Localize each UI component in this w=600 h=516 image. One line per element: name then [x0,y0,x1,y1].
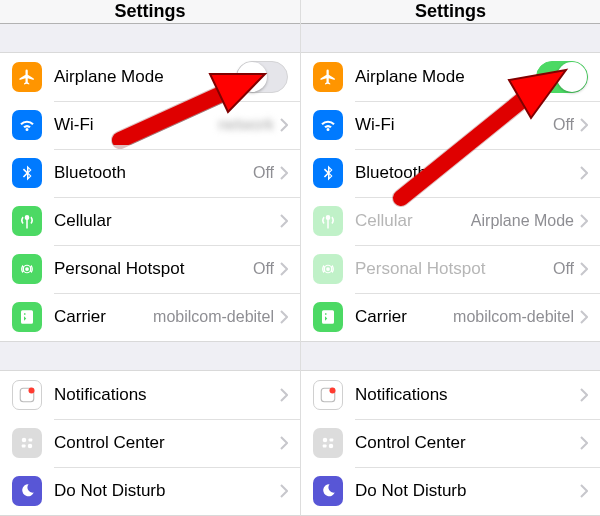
airplane-mode-toggle[interactable] [536,61,588,93]
wifi-icon [12,110,42,140]
row-value: mobilcom-debitel [153,308,274,326]
settings-group-network: Airplane ModeWi-FiOffBluetoothCellularAi… [301,52,600,342]
chevron-right-icon [280,436,288,450]
settings-row-do-not-disturb[interactable]: Do Not Disturb [0,467,300,515]
carrier-icon [313,302,343,332]
chevron-right-icon [280,310,288,324]
settings-group-system: NotificationsControl CenterDo Not Distur… [301,370,600,516]
row-label: Carrier [355,307,453,327]
settings-row-wi-fi[interactable]: Wi-FiOff [301,101,600,149]
chevron-right-icon [280,166,288,180]
settings-screen-airplane-off: Settings Airplane ModeWi-FinetworkBlueto… [0,0,300,516]
notifications-icon [313,380,343,410]
page-title: Settings [0,0,300,24]
row-label: Do Not Disturb [54,481,280,501]
settings-row-notifications[interactable]: Notifications [0,371,300,419]
settings-row-control-center[interactable]: Control Center [0,419,300,467]
svg-point-3 [29,388,35,394]
chevron-right-icon [580,214,588,228]
chevron-right-icon [280,262,288,276]
row-label: Personal Hotspot [355,259,553,279]
settings-row-control-center[interactable]: Control Center [301,419,600,467]
chevron-right-icon [580,166,588,180]
cellular-icon [12,206,42,236]
svg-point-9 [326,267,330,271]
chevron-right-icon [280,214,288,228]
svg-point-0 [25,267,29,271]
svg-rect-6 [22,445,26,448]
settings-group-system: NotificationsControl CenterDo Not Distur… [0,370,300,516]
svg-rect-5 [29,439,33,442]
row-label: Notifications [355,385,580,405]
bluetooth-icon [313,158,343,188]
row-label: Wi-Fi [355,115,553,135]
settings-row-cellular[interactable]: Cellular [0,197,300,245]
row-label: Bluetooth [54,163,253,183]
row-value: mobilcom-debitel [453,308,574,326]
settings-row-notifications[interactable]: Notifications [301,371,600,419]
airplane-icon [12,62,42,92]
chevron-right-icon [280,118,288,132]
svg-point-7 [28,444,33,449]
settings-row-airplane-mode[interactable]: Airplane Mode [301,53,600,101]
row-label: Do Not Disturb [355,481,580,501]
notifications-icon [12,380,42,410]
hotspot-icon [12,254,42,284]
svg-rect-14 [330,439,334,442]
settings-row-carrier[interactable]: Carriermobilcom-debitel [0,293,300,341]
settings-row-personal-hotspot[interactable]: Personal HotspotOff [0,245,300,293]
settings-row-bluetooth[interactable]: BluetoothOff [0,149,300,197]
chevron-right-icon [580,262,588,276]
row-label: Cellular [355,211,471,231]
cellular-icon [313,206,343,236]
dnd-icon [313,476,343,506]
row-label: Carrier [54,307,153,327]
row-label: Control Center [54,433,280,453]
chevron-right-icon [580,484,588,498]
row-label: Personal Hotspot [54,259,253,279]
svg-rect-15 [323,445,327,448]
page-title: Settings [301,0,600,24]
row-value: Off [253,164,274,182]
chevron-right-icon [580,118,588,132]
row-label: Airplane Mode [355,67,536,87]
chevron-right-icon [280,484,288,498]
svg-point-16 [329,444,334,449]
chevron-right-icon [580,388,588,402]
airplane-icon [313,62,343,92]
row-value: Off [553,260,574,278]
row-label: Control Center [355,433,580,453]
wifi-icon [313,110,343,140]
row-value: Off [553,116,574,134]
settings-row-carrier[interactable]: Carriermobilcom-debitel [301,293,600,341]
settings-row-personal-hotspot[interactable]: Personal HotspotOff [301,245,600,293]
row-label: Bluetooth [355,163,580,183]
chevron-right-icon [580,436,588,450]
chevron-right-icon [280,388,288,402]
svg-point-12 [330,388,336,394]
settings-screen-airplane-on: Settings Airplane ModeWi-FiOffBluetoothC… [300,0,600,516]
row-value: Off [253,260,274,278]
row-label: Notifications [54,385,280,405]
row-value: Airplane Mode [471,212,574,230]
row-value: network [218,116,274,134]
row-label: Wi-Fi [54,115,218,135]
controlcenter-icon [12,428,42,458]
svg-point-13 [323,438,328,443]
settings-row-wi-fi[interactable]: Wi-Finetwork [0,101,300,149]
bluetooth-icon [12,158,42,188]
settings-row-do-not-disturb[interactable]: Do Not Disturb [301,467,600,515]
settings-row-bluetooth[interactable]: Bluetooth [301,149,600,197]
dnd-icon [12,476,42,506]
carrier-icon [12,302,42,332]
settings-group-network: Airplane ModeWi-FinetworkBluetoothOffCel… [0,52,300,342]
row-label: Airplane Mode [54,67,236,87]
hotspot-icon [313,254,343,284]
row-label: Cellular [54,211,280,231]
airplane-mode-toggle[interactable] [236,61,288,93]
settings-row-cellular[interactable]: CellularAirplane Mode [301,197,600,245]
chevron-right-icon [580,310,588,324]
controlcenter-icon [313,428,343,458]
settings-row-airplane-mode[interactable]: Airplane Mode [0,53,300,101]
svg-point-4 [22,438,27,443]
